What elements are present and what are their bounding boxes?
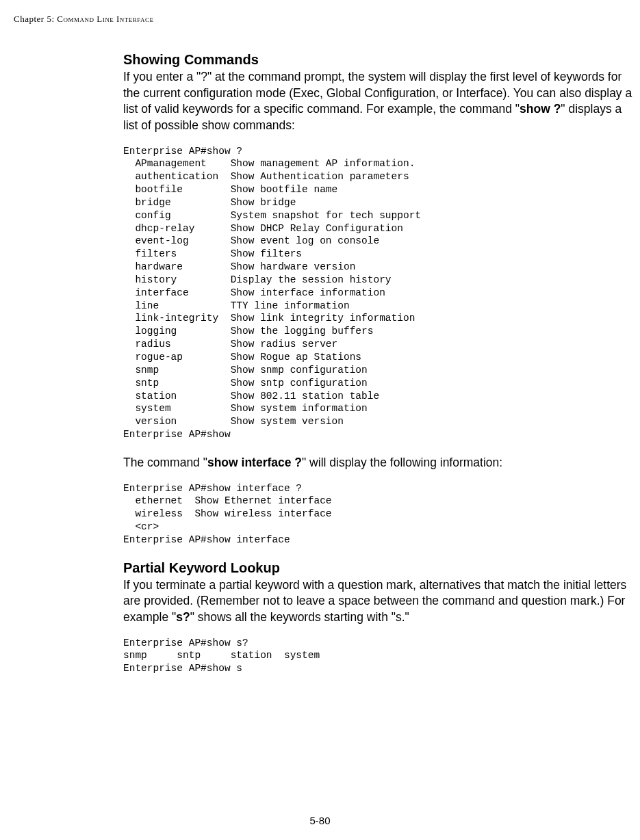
para2-suffix: " will display the following information… [302,456,502,469]
code-block-show-interface: Enterprise AP#show interface ? ethernet … [123,482,637,547]
show-command-bold: show ? [520,102,561,116]
page-header: Chapter 5: Command Line Interface [0,14,640,25]
para2-prefix: The command " [123,456,207,469]
showing-commands-description: If you enter a "?" at the command prompt… [123,69,637,134]
section-heading-showing-commands: Showing Commands [123,52,637,68]
show-interface-bold: show interface ? [207,456,302,469]
section-heading-partial-lookup: Partial Keyword Lookup [123,560,637,576]
s-question-bold: s? [176,610,190,624]
show-interface-description: The command "show interface ?" will disp… [123,455,637,471]
chapter-label: Chapter [14,14,44,24]
code-block-partial-lookup: Enterprise AP#show s? snmp sntp station … [123,637,637,676]
partial-para-suffix: " shows all the keywords starting with "… [190,610,409,624]
main-content: Showing Commands If you enter a "?" at t… [0,52,640,675]
page-number: 5-80 [0,815,640,826]
chapter-title: Command Line Interface [57,14,153,24]
partial-lookup-description: If you terminate a partial keyword with … [123,577,637,626]
chapter-number: 5: [47,14,54,24]
code-block-show-commands: Enterprise AP#show ? APmanagement Show m… [123,145,637,441]
